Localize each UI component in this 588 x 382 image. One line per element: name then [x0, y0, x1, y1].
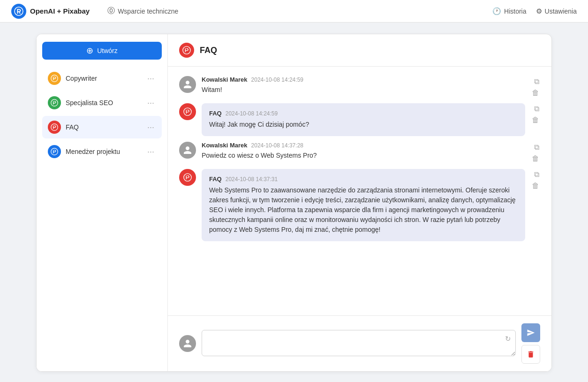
message-1-delete-btn[interactable]: 🗑: [531, 88, 540, 98]
message-2-sender: FAQ: [209, 110, 222, 117]
message-2-time: 2024-10-08 14:24:59: [226, 110, 278, 117]
plus-icon: ⊕: [86, 46, 93, 55]
chat-messages: Kowalski Marek 2024-10-08 14:24:59 Witam…: [168, 67, 551, 315]
chat-input[interactable]: [202, 330, 516, 356]
message-2-meta: FAQ 2024-10-08 14:24:59: [209, 110, 518, 117]
message-4-text: Web Systems Pro to zaawansowane narzędzi…: [209, 185, 518, 235]
topnav-right-section: 🕐 Historia ⚙ Ustawienia: [492, 7, 577, 15]
chat-input-wrapper: ↻: [202, 330, 516, 358]
user-avatar-1: [179, 76, 196, 93]
user-avatar-2: [179, 142, 196, 159]
faq-icon: [48, 121, 61, 134]
support-label: Wsparcie techniczne: [118, 8, 178, 15]
settings-link[interactable]: ⚙ Ustawienia: [536, 7, 577, 15]
message-4-time: 2024-10-08 14:37:31: [226, 176, 278, 183]
message-2-content: FAQ 2024-10-08 14:24:59 Witaj! Jak mogę …: [202, 103, 525, 136]
support-icon: ⓪: [107, 6, 115, 16]
message-4-copy-btn[interactable]: ⧉: [533, 170, 540, 179]
bot-avatar-2: [179, 169, 196, 186]
top-navigation: OpenAI + Pixabay ⓪ Wsparcie techniczne 🕐…: [0, 0, 588, 23]
app-container: ⊕ Utwórz Copywriter ···: [36, 34, 552, 372]
svg-point-4: [51, 148, 58, 155]
message-3-sender: Kowalski Marek: [202, 142, 248, 149]
message-4-delete-btn[interactable]: 🗑: [531, 181, 540, 191]
copywriter-menu-dots[interactable]: ···: [145, 73, 156, 84]
message-4-bubble: FAQ 2024-10-08 14:37:31 Web Systems Pro …: [202, 169, 525, 241]
manager-label: Menedżer projektu: [66, 148, 141, 155]
message-4-content: FAQ 2024-10-08 14:37:31 Web Systems Pro …: [202, 169, 525, 241]
message-1-content: Kowalski Marek 2024-10-08 14:24:59 Witam…: [202, 76, 525, 95]
chat-title: FAQ: [200, 46, 217, 55]
input-refresh-button[interactable]: ↻: [505, 335, 511, 343]
message-3-actions: ⧉ 🗑: [531, 142, 540, 163]
message-1-copy-btn[interactable]: ⧉: [533, 77, 540, 86]
manager-menu-dots[interactable]: ···: [145, 146, 156, 157]
message-3-text: Powiedz co wiesz o Web Systems Pro?: [202, 151, 525, 160]
message-1-text: Witam!: [202, 85, 525, 95]
settings-label: Ustawienia: [545, 8, 577, 15]
input-action-buttons: [521, 323, 540, 364]
message-3-time: 2024-10-08 14:37:28: [251, 142, 303, 149]
bot-avatar-1: [179, 103, 196, 120]
message-4: FAQ 2024-10-08 14:37:31 Web Systems Pro …: [179, 169, 540, 241]
settings-icon: ⚙: [536, 7, 542, 15]
support-link[interactable]: ⓪ Wsparcie techniczne: [104, 0, 182, 22]
copywriter-icon: [48, 72, 61, 85]
message-2: FAQ 2024-10-08 14:24:59 Witaj! Jak mogę …: [179, 103, 540, 136]
message-2-text: Witaj! Jak mogę Ci dzisiaj pomóc?: [209, 120, 518, 130]
message-3-delete-btn[interactable]: 🗑: [531, 154, 540, 163]
message-2-copy-btn[interactable]: ⧉: [533, 104, 540, 114]
history-label: Historia: [504, 8, 526, 15]
svg-point-2: [51, 99, 58, 106]
seo-icon: [48, 96, 61, 109]
chat-area: FAQ Kowalski Marek 2024-10-08 14:24:59 W…: [168, 34, 551, 371]
message-4-sender: FAQ: [209, 176, 222, 183]
message-1-time: 2024-10-08 14:24:59: [251, 76, 303, 83]
message-4-actions: ⧉ 🗑: [531, 169, 540, 191]
faq-label: FAQ: [66, 123, 141, 131]
message-2-delete-btn[interactable]: 🗑: [531, 115, 540, 125]
create-button[interactable]: ⊕ Utwórz: [42, 42, 162, 60]
message-3: Kowalski Marek 2024-10-08 14:37:28 Powie…: [179, 142, 540, 163]
message-2-actions: ⧉ 🗑: [531, 103, 540, 125]
message-4-meta: FAQ 2024-10-08 14:37:31: [209, 176, 518, 183]
svg-point-7: [184, 174, 191, 181]
message-1-actions: ⧉ 🗑: [531, 76, 540, 98]
seo-label: Specjalista SEO: [66, 99, 141, 107]
svg-point-5: [183, 46, 190, 54]
sidebar-items-list: Copywriter ··· Specjalista SEO ···: [42, 67, 162, 163]
sidebar-item-faq[interactable]: FAQ ···: [42, 116, 162, 138]
chat-header: FAQ: [168, 34, 551, 67]
svg-point-1: [51, 75, 58, 82]
sidebar: ⊕ Utwórz Copywriter ···: [37, 34, 168, 371]
copywriter-label: Copywriter: [66, 75, 141, 82]
svg-point-6: [184, 108, 191, 115]
sidebar-item-seo[interactable]: Specjalista SEO ···: [42, 92, 162, 114]
manager-icon: [48, 145, 61, 158]
message-3-copy-btn[interactable]: ⧉: [533, 143, 540, 152]
svg-point-3: [51, 124, 58, 130]
message-3-meta: Kowalski Marek 2024-10-08 14:37:28: [202, 142, 525, 149]
seo-menu-dots[interactable]: ···: [145, 98, 156, 108]
message-2-bubble: FAQ 2024-10-08 14:24:59 Witaj! Jak mogę …: [202, 103, 525, 136]
message-1-meta: Kowalski Marek 2024-10-08 14:24:59: [202, 76, 525, 83]
message-1: Kowalski Marek 2024-10-08 14:24:59 Witam…: [179, 76, 540, 98]
history-link[interactable]: 🕐 Historia: [492, 7, 526, 15]
faq-menu-dots[interactable]: ···: [145, 122, 156, 132]
history-icon: 🕐: [492, 7, 501, 15]
clear-button[interactable]: [521, 345, 540, 364]
input-user-avatar: [179, 335, 196, 352]
message-1-sender: Kowalski Marek: [202, 76, 248, 83]
chat-header-icon: [179, 43, 194, 58]
openai-icon: [11, 4, 26, 19]
create-button-label: Utwórz: [97, 47, 118, 54]
main-layout: ⊕ Utwórz Copywriter ···: [0, 23, 588, 382]
sidebar-item-copywriter[interactable]: Copywriter ···: [42, 67, 162, 90]
sidebar-item-manager[interactable]: Menedżer projektu ···: [42, 140, 162, 163]
chat-input-area: ↻: [168, 315, 551, 371]
brand-name: OpenAI + Pixabay: [30, 7, 90, 15]
brand-logo[interactable]: OpenAI + Pixabay: [11, 4, 90, 19]
send-button[interactable]: [521, 323, 540, 342]
message-3-content: Kowalski Marek 2024-10-08 14:37:28 Powie…: [202, 142, 525, 160]
